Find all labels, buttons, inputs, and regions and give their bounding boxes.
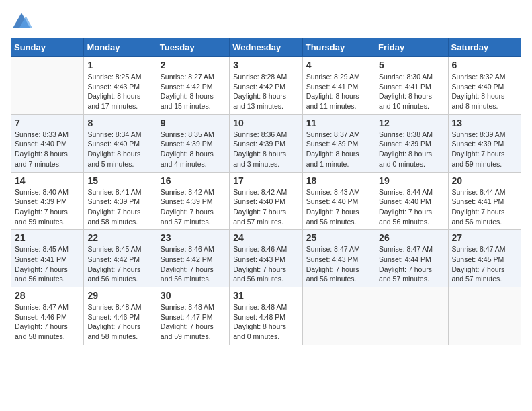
calendar-cell: 3Sunrise: 8:28 AMSunset: 4:42 PMDaylight… <box>230 57 302 115</box>
day-number: 6 <box>452 60 517 71</box>
day-number: 18 <box>306 175 371 186</box>
calendar-cell: 28Sunrise: 8:47 AMSunset: 4:46 PMDayligh… <box>11 287 84 345</box>
day-number: 29 <box>87 290 152 301</box>
day-info: Sunrise: 8:29 AMSunset: 4:41 PMDaylight:… <box>306 72 371 111</box>
day-info: Sunrise: 8:46 AMSunset: 4:42 PMDaylight:… <box>161 244 226 284</box>
day-info: Sunrise: 8:39 AMSunset: 4:39 PMDaylight:… <box>452 130 517 169</box>
day-number: 7 <box>15 118 80 128</box>
calendar-table: SundayMondayTuesdayWednesdayThursdayFrid… <box>11 38 521 345</box>
day-number: 25 <box>306 232 371 243</box>
calendar-header-row: SundayMondayTuesdayWednesdayThursdayFrid… <box>11 38 521 57</box>
day-number: 4 <box>306 60 371 71</box>
day-info: Sunrise: 8:44 AMSunset: 4:40 PMDaylight:… <box>379 187 444 227</box>
day-info: Sunrise: 8:47 AMSunset: 4:45 PMDaylight:… <box>452 244 517 284</box>
calendar-cell: 12Sunrise: 8:38 AMSunset: 4:39 PMDayligh… <box>375 114 448 172</box>
calendar-cell: 29Sunrise: 8:48 AMSunset: 4:46 PMDayligh… <box>84 287 157 345</box>
day-info: Sunrise: 8:27 AMSunset: 4:42 PMDaylight:… <box>161 72 226 111</box>
day-info: Sunrise: 8:38 AMSunset: 4:39 PMDaylight:… <box>379 130 444 169</box>
day-number: 14 <box>15 175 80 186</box>
day-info: Sunrise: 8:48 AMSunset: 4:47 PMDaylight:… <box>161 302 226 342</box>
day-number: 5 <box>379 60 444 71</box>
calendar-cell: 17Sunrise: 8:42 AMSunset: 4:40 PMDayligh… <box>230 172 302 230</box>
day-info: Sunrise: 8:36 AMSunset: 4:39 PMDaylight:… <box>233 130 298 169</box>
day-number: 13 <box>452 118 517 128</box>
logo-icon <box>11 11 32 32</box>
day-number: 23 <box>161 232 226 243</box>
day-info: Sunrise: 8:35 AMSunset: 4:39 PMDaylight:… <box>161 130 226 169</box>
day-number: 24 <box>233 232 298 243</box>
day-number: 30 <box>161 290 226 301</box>
day-info: Sunrise: 8:48 AMSunset: 4:46 PMDaylight:… <box>87 302 152 342</box>
calendar-cell: 11Sunrise: 8:37 AMSunset: 4:39 PMDayligh… <box>302 114 375 172</box>
day-number: 20 <box>452 175 517 186</box>
logo <box>11 11 35 32</box>
day-number: 11 <box>306 118 371 128</box>
calendar-cell: 30Sunrise: 8:48 AMSunset: 4:47 PMDayligh… <box>157 287 229 345</box>
day-info: Sunrise: 8:44 AMSunset: 4:41 PMDaylight:… <box>452 187 517 227</box>
calendar-header-saturday: Saturday <box>448 38 521 57</box>
day-info: Sunrise: 8:47 AMSunset: 4:44 PMDaylight:… <box>379 244 444 284</box>
day-info: Sunrise: 8:33 AMSunset: 4:40 PMDaylight:… <box>15 130 80 169</box>
calendar-week-1: 1Sunrise: 8:25 AMSunset: 4:43 PMDaylight… <box>11 57 521 115</box>
day-info: Sunrise: 8:25 AMSunset: 4:43 PMDaylight:… <box>87 72 152 111</box>
day-info: Sunrise: 8:34 AMSunset: 4:40 PMDaylight:… <box>87 130 152 169</box>
calendar-cell: 8Sunrise: 8:34 AMSunset: 4:40 PMDaylight… <box>84 114 157 172</box>
day-number: 3 <box>233 60 298 71</box>
day-info: Sunrise: 8:45 AMSunset: 4:41 PMDaylight:… <box>15 244 80 284</box>
day-number: 2 <box>161 60 226 71</box>
calendar-cell: 10Sunrise: 8:36 AMSunset: 4:39 PMDayligh… <box>230 114 302 172</box>
calendar-cell: 13Sunrise: 8:39 AMSunset: 4:39 PMDayligh… <box>448 114 521 172</box>
calendar-cell <box>448 287 521 345</box>
day-info: Sunrise: 8:41 AMSunset: 4:39 PMDaylight:… <box>87 187 152 227</box>
day-info: Sunrise: 8:42 AMSunset: 4:39 PMDaylight:… <box>161 187 226 227</box>
day-number: 19 <box>379 175 444 186</box>
calendar-cell <box>375 287 448 345</box>
calendar-cell: 26Sunrise: 8:47 AMSunset: 4:44 PMDayligh… <box>375 230 448 287</box>
calendar-cell: 24Sunrise: 8:46 AMSunset: 4:43 PMDayligh… <box>230 230 302 287</box>
day-info: Sunrise: 8:32 AMSunset: 4:40 PMDaylight:… <box>452 72 517 111</box>
day-number: 28 <box>15 290 80 301</box>
calendar-cell: 1Sunrise: 8:25 AMSunset: 4:43 PMDaylight… <box>84 57 157 115</box>
day-number: 1 <box>87 60 152 71</box>
day-number: 9 <box>161 118 226 128</box>
day-number: 31 <box>233 290 298 301</box>
calendar-cell: 21Sunrise: 8:45 AMSunset: 4:41 PMDayligh… <box>11 230 84 287</box>
day-info: Sunrise: 8:43 AMSunset: 4:40 PMDaylight:… <box>306 187 371 227</box>
day-number: 26 <box>379 232 444 243</box>
calendar-cell: 9Sunrise: 8:35 AMSunset: 4:39 PMDaylight… <box>157 114 229 172</box>
day-info: Sunrise: 8:28 AMSunset: 4:42 PMDaylight:… <box>233 72 298 111</box>
day-number: 27 <box>452 232 517 243</box>
calendar-cell: 5Sunrise: 8:30 AMSunset: 4:41 PMDaylight… <box>375 57 448 115</box>
day-info: Sunrise: 8:48 AMSunset: 4:48 PMDaylight:… <box>233 302 298 342</box>
calendar-cell: 31Sunrise: 8:48 AMSunset: 4:48 PMDayligh… <box>230 287 302 345</box>
day-info: Sunrise: 8:45 AMSunset: 4:42 PMDaylight:… <box>87 244 152 284</box>
calendar-week-5: 28Sunrise: 8:47 AMSunset: 4:46 PMDayligh… <box>11 287 521 345</box>
day-number: 17 <box>233 175 298 186</box>
day-number: 10 <box>233 118 298 128</box>
day-info: Sunrise: 8:42 AMSunset: 4:40 PMDaylight:… <box>233 187 298 227</box>
day-info: Sunrise: 8:47 AMSunset: 4:46 PMDaylight:… <box>15 302 80 342</box>
calendar-week-3: 14Sunrise: 8:40 AMSunset: 4:39 PMDayligh… <box>11 172 521 230</box>
calendar-header-tuesday: Tuesday <box>157 38 229 57</box>
calendar-cell: 14Sunrise: 8:40 AMSunset: 4:39 PMDayligh… <box>11 172 84 230</box>
calendar-cell: 22Sunrise: 8:45 AMSunset: 4:42 PMDayligh… <box>84 230 157 287</box>
calendar-header-sunday: Sunday <box>11 38 84 57</box>
calendar-cell: 25Sunrise: 8:47 AMSunset: 4:43 PMDayligh… <box>302 230 375 287</box>
calendar-cell: 6Sunrise: 8:32 AMSunset: 4:40 PMDaylight… <box>448 57 521 115</box>
calendar-cell: 4Sunrise: 8:29 AMSunset: 4:41 PMDaylight… <box>302 57 375 115</box>
day-info: Sunrise: 8:47 AMSunset: 4:43 PMDaylight:… <box>306 244 371 284</box>
calendar-cell: 27Sunrise: 8:47 AMSunset: 4:45 PMDayligh… <box>448 230 521 287</box>
calendar-week-4: 21Sunrise: 8:45 AMSunset: 4:41 PMDayligh… <box>11 230 521 287</box>
calendar-cell: 19Sunrise: 8:44 AMSunset: 4:40 PMDayligh… <box>375 172 448 230</box>
calendar-header-friday: Friday <box>375 38 448 57</box>
calendar-cell: 15Sunrise: 8:41 AMSunset: 4:39 PMDayligh… <box>84 172 157 230</box>
calendar-header-thursday: Thursday <box>302 38 375 57</box>
calendar-cell: 18Sunrise: 8:43 AMSunset: 4:40 PMDayligh… <box>302 172 375 230</box>
day-info: Sunrise: 8:40 AMSunset: 4:39 PMDaylight:… <box>15 187 80 227</box>
day-info: Sunrise: 8:46 AMSunset: 4:43 PMDaylight:… <box>233 244 298 284</box>
calendar-cell: 7Sunrise: 8:33 AMSunset: 4:40 PMDaylight… <box>11 114 84 172</box>
calendar-cell: 23Sunrise: 8:46 AMSunset: 4:42 PMDayligh… <box>157 230 229 287</box>
calendar-cell: 20Sunrise: 8:44 AMSunset: 4:41 PMDayligh… <box>448 172 521 230</box>
calendar-header-wednesday: Wednesday <box>230 38 302 57</box>
calendar-header-monday: Monday <box>84 38 157 57</box>
